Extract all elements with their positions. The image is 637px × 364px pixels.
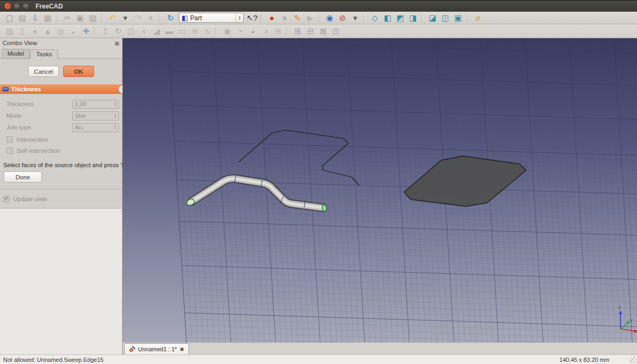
macro-stop-icon[interactable]: ■ — [279, 13, 290, 23]
panel-float-icon[interactable]: ▣ — [115, 40, 119, 46]
tab-tasks[interactable]: Tasks — [30, 49, 57, 59]
section-icon[interactable]: ◑ — [260, 26, 271, 37]
part-shape-builder-icon[interactable]: ✚ — [80, 26, 92, 37]
part-revolve-icon[interactable]: ↻ — [113, 26, 124, 37]
document-tabbar: Unnamed1 : 1* ✖ — [123, 342, 637, 354]
part-box-icon[interactable]: ▧ — [4, 26, 15, 37]
thickness-field-spinner[interactable]: ▲▼ — [112, 100, 118, 108]
ok-button[interactable]: OK — [63, 66, 94, 77]
combo-view-panel: Combo View ▣ Model Tasks Cancel OK Thick… — [0, 38, 123, 354]
mode-field[interactable]: Skin▲▼ — [72, 111, 119, 120]
part-cone-icon[interactable]: ▲ — [42, 26, 54, 37]
measure-distance-icon[interactable]: ⌀ — [472, 13, 484, 23]
part-make-face-icon[interactable]: ▬ — [163, 26, 175, 37]
sweep-tube[interactable] — [191, 176, 324, 208]
print-document-icon[interactable]: ▦ — [42, 13, 54, 23]
workbench-selector-spinner[interactable]: ▲▼ — [236, 13, 243, 22]
window-minimize-button[interactable]: − — [13, 3, 20, 10]
axis-indicator: zYx — [618, 305, 637, 334]
self-intersection-checkbox-row: Self-intersection — [3, 145, 119, 155]
boolean-common-icon[interactable]: ◕ — [247, 26, 259, 37]
boolean-union-icon[interactable]: ◉ — [221, 26, 233, 37]
refresh-icon[interactable]: ↻ — [165, 13, 176, 23]
update-view-checkbox[interactable]: ✔ — [3, 196, 10, 202]
viewport-grid — [123, 38, 637, 342]
cancel-button[interactable]: Cancel — [28, 66, 59, 77]
part-cylinder-icon[interactable]: ▯ — [16, 26, 28, 37]
boolean-cut-icon[interactable]: ◔ — [234, 26, 246, 37]
paste-icon[interactable]: ▨ — [87, 13, 99, 23]
part-torus-icon[interactable]: ◎ — [55, 26, 66, 37]
compound-create-icon[interactable]: ⊞ — [292, 26, 304, 37]
tasks-empty-area — [0, 208, 122, 354]
intersection-checkbox-label: Intersection — [16, 136, 48, 143]
open-document-icon[interactable]: ▤ — [16, 13, 28, 23]
view-top-icon[interactable]: ◩ — [394, 13, 406, 23]
hexagon-face[interactable] — [404, 156, 526, 206]
thickness-field[interactable]: 1,00▲▼ — [72, 100, 119, 109]
mode-field-row: ModeSkin▲▼ — [3, 110, 119, 122]
tab-model[interactable]: Model — [2, 49, 30, 58]
join-type-field[interactable]: Arc▲▼ — [72, 123, 119, 132]
join-type-field-label: Join type — [3, 124, 72, 131]
combo-view-title: Combo View — [3, 40, 37, 46]
3d-scene[interactable]: zYx — [123, 38, 637, 342]
mode-field-label: Mode — [3, 112, 72, 119]
view-rear-icon[interactable]: ◪ — [427, 13, 438, 23]
save-document-icon[interactable]: ⇩ — [29, 13, 41, 23]
update-view-row: ✔ Update view — [0, 194, 122, 204]
thickness-task-title: Thickness — [11, 86, 119, 92]
part-mirror-icon[interactable]: ◫ — [125, 26, 137, 37]
redo-icon[interactable]: ↷ — [132, 13, 144, 23]
view-front-icon[interactable]: ◧ — [382, 13, 393, 23]
cut-icon[interactable]: ✂ — [62, 13, 73, 23]
part-extrude-icon[interactable]: ↥ — [100, 26, 111, 37]
part-ruled-surface-icon[interactable]: ▭ — [176, 26, 188, 37]
undo-dropdown-icon[interactable]: ▾ — [119, 13, 131, 23]
compound-explode-icon[interactable]: ⊠ — [317, 26, 329, 37]
compound-extract-icon[interactable]: ⊟ — [305, 26, 316, 37]
document-tab[interactable]: Unnamed1 : 1* ✖ — [124, 343, 189, 354]
copy-icon[interactable]: ▣ — [74, 13, 86, 23]
document-tab-close-icon[interactable]: ✖ — [179, 346, 184, 352]
3d-viewport[interactable]: zYx — [123, 38, 637, 342]
part-sweep-icon[interactable]: ∿ — [202, 26, 213, 37]
redo-dropdown-icon[interactable]: ▾ — [145, 13, 157, 23]
draw-style-dropdown-icon[interactable]: ▾ — [349, 13, 361, 23]
workbench-selector[interactable]: ◧ Part ▲▼ — [179, 13, 244, 23]
part-fillet-icon[interactable]: ◖ — [138, 26, 150, 37]
part-sphere-icon[interactable]: ● — [29, 26, 41, 37]
resize-grip[interactable] — [630, 357, 636, 363]
intersection-checkbox[interactable] — [6, 136, 13, 143]
fit-all-icon[interactable]: ◉ — [324, 13, 335, 23]
compound-filter-icon[interactable]: ⊡ — [330, 26, 342, 37]
done-button[interactable]: Done — [4, 171, 42, 183]
draw-style-icon[interactable]: ⊘ — [337, 13, 348, 23]
self-intersection-checkbox[interactable] — [6, 148, 13, 154]
whats-this-icon[interactable]: ↖? — [246, 13, 258, 23]
form-separator — [0, 189, 122, 189]
self-intersection-checkbox-label: Self-intersection — [16, 148, 60, 154]
join-type-field-row: Join typeArc▲▼ — [3, 122, 119, 133]
window-title: FreeCAD — [36, 3, 63, 10]
view-bottom-icon[interactable]: ◫ — [440, 13, 451, 23]
cross-sections-icon[interactable]: ⊖ — [272, 26, 284, 37]
macro-edit-icon[interactable]: ✎ — [291, 13, 303, 23]
macro-record-icon[interactable]: ● — [266, 13, 278, 23]
part-toolbar: ▧▯●▲◎◒✚↥↻◫◖◢▬▭≋∿◉◔◕◑⊖⊞⊟⊠⊡ — [0, 24, 637, 38]
part-primitives-icon[interactable]: ◒ — [67, 26, 79, 37]
thickness-task-header[interactable]: Thickness ? — [0, 84, 122, 94]
view-left-icon[interactable]: ▣ — [452, 13, 464, 23]
macro-play-icon[interactable]: ▶ — [304, 13, 316, 23]
view-axonometric-icon[interactable]: ◇ — [369, 13, 381, 23]
view-right-icon[interactable]: ◨ — [407, 13, 419, 23]
join-type-field-spinner[interactable]: ▲▼ — [112, 124, 118, 132]
window-close-button[interactable]: × — [4, 3, 11, 10]
undo-icon[interactable]: ↶ — [107, 13, 118, 23]
part-chamfer-icon[interactable]: ◢ — [151, 26, 162, 37]
window-maximize-button[interactable]: ▫ — [22, 3, 29, 10]
new-document-icon[interactable]: ▢ — [4, 13, 15, 23]
part-loft-icon[interactable]: ≋ — [189, 26, 201, 37]
mode-field-spinner[interactable]: ▲▼ — [112, 112, 118, 120]
toolbar-separator — [466, 14, 469, 22]
